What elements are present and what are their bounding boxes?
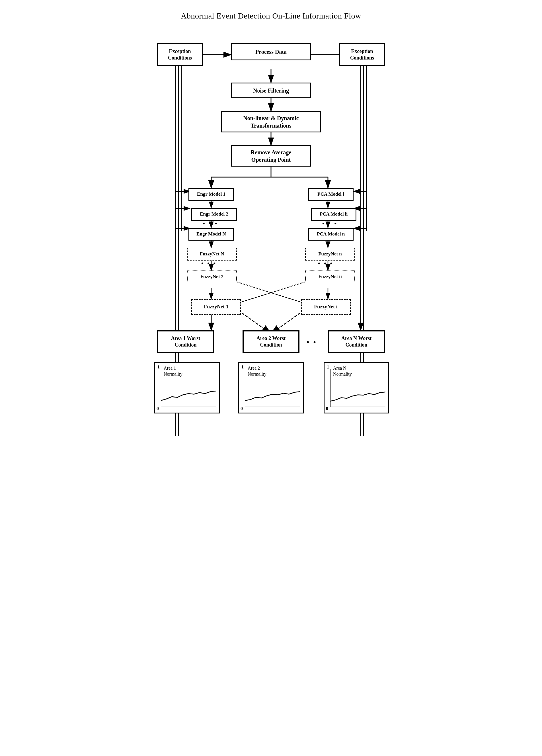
- chart-areaN: 1 Area NNormality 0: [324, 362, 389, 413]
- area1-worst-box: Area 1 WorstCondition: [157, 330, 214, 353]
- chart1-y-label: 1: [157, 364, 160, 370]
- engr-model-2-box: Engr Model 2: [191, 208, 237, 221]
- chartN-y-label: 1: [327, 364, 329, 370]
- chart1-svg: [161, 369, 216, 407]
- areaN-worst-box: Area N WorstCondition: [328, 330, 385, 353]
- area-dots: • •: [307, 338, 317, 347]
- area2-worst-box: Area 2 WorstCondition: [243, 330, 299, 353]
- pca-model-ii-box: PCA Model ii: [311, 208, 356, 221]
- remove-avg-box: Remove AverageOperating Point: [231, 145, 311, 167]
- pca-model-n-box: PCA Model n: [308, 228, 354, 241]
- svg-line-44: [231, 280, 312, 305]
- fuzzynet-n-right-box: FuzzyNet n: [305, 248, 355, 261]
- noise-filtering-box: Noise Filtering: [231, 83, 311, 98]
- fuzzynet-i-box: FuzzyNet i: [301, 299, 351, 315]
- chartN-inner: 1 Area NNormality 0: [325, 363, 388, 413]
- engr-dots: • • •: [203, 220, 218, 227]
- flow-diagram: Process Data ExceptionConditions Excepti…: [149, 32, 393, 744]
- engr-model-n-box: Engr Model N: [188, 228, 234, 241]
- fuzzynet-n-left-box: FuzzyNet N: [187, 248, 237, 261]
- chart2-svg: [245, 369, 300, 407]
- chart1-x-label: 0: [157, 406, 159, 411]
- nonlinear-transform-box: Non-linear & DynamicTransformations: [221, 111, 321, 132]
- exception-right-box: ExceptionConditions: [339, 43, 385, 66]
- fuzzynet-dots-left: • • •: [201, 260, 217, 267]
- process-data-box: Process Data: [231, 43, 311, 60]
- exception-left-box: ExceptionConditions: [157, 43, 203, 66]
- chart2-y-label: 1: [241, 364, 244, 370]
- pca-model-i-box: PCA Model i: [308, 188, 354, 201]
- chart-area2: 1 Area 2Normality 0: [238, 362, 304, 413]
- fuzzynet-ii-box: FuzzyNet ii: [305, 271, 355, 283]
- pca-dots: • • •: [322, 220, 338, 227]
- chart1-inner: 1 Area 1Normality 0: [155, 363, 219, 413]
- engr-model-1-box: Engr Model 1: [188, 188, 234, 201]
- fuzzynet-dots-right: • • •: [318, 260, 333, 267]
- chart-area1: 1 Area 1Normality 0: [154, 362, 220, 413]
- fuzzynet-2-box: FuzzyNet 2: [187, 271, 237, 283]
- main-title: Abnormal Event Detection On-Line Informa…: [181, 11, 361, 21]
- chart2-inner: 1 Area 2Normality 0: [239, 363, 303, 413]
- chart2-x-label: 0: [241, 406, 243, 411]
- chartN-svg: [330, 369, 385, 407]
- page-container: Abnormal Event Detection On-Line Informa…: [143, 11, 399, 744]
- chartN-x-label: 0: [326, 406, 328, 411]
- fuzzynet-1-box: FuzzyNet 1: [191, 299, 241, 315]
- svg-line-43: [230, 280, 311, 305]
